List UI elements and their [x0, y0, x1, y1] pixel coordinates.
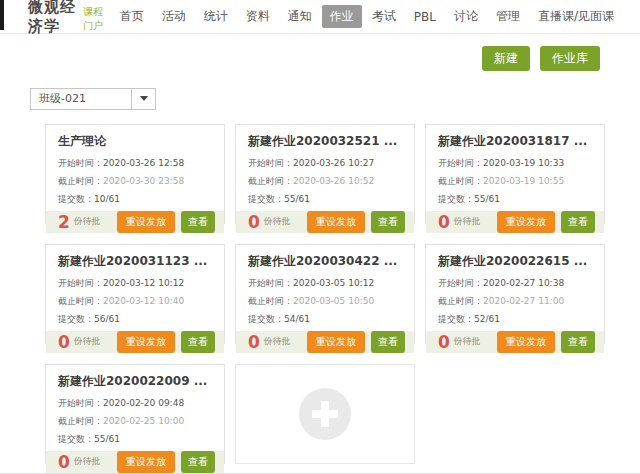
view-button[interactable]: 查看	[181, 211, 215, 233]
view-button[interactable]: 查看	[561, 211, 595, 233]
new-assignment-button[interactable]: 新建	[482, 46, 530, 71]
assignment-card-footer: 0 份待批 重设发放 查看	[236, 331, 414, 353]
pending-label: 份待批	[74, 215, 101, 228]
view-button[interactable]: 查看	[181, 331, 215, 353]
pending-label: 份待批	[74, 455, 101, 468]
nav-item-3[interactable]: 资料	[238, 5, 278, 28]
assignment-card-body: 新建作业2020022615 ... 开始时间：2020-02-27 10:38…	[426, 245, 604, 331]
assignment-card-body: 新建作业2020032521 ... 开始时间：2020-03-26 10:27…	[236, 125, 414, 211]
pending-count: 0	[438, 212, 450, 232]
nav-item-8[interactable]: 讨论	[446, 5, 486, 28]
start-time-line: 开始时间：2020-03-26 12:58	[58, 157, 214, 170]
submit-count-line: 提交数：56/61	[58, 313, 214, 326]
submit-count-line: 提交数：54/61	[248, 313, 404, 326]
pending-count: 0	[58, 452, 70, 472]
assignment-card: 新建作业2020032521 ... 开始时间：2020-03-26 10:27…	[235, 124, 415, 224]
start-time-line: 开始时间：2020-03-05 10:12	[248, 277, 404, 290]
plus-icon	[299, 388, 351, 440]
assignment-card-body: 新建作业2020022009 ... 开始时间：2020-02-20 09:48…	[46, 365, 224, 451]
end-time-line: 截止时间：2020-02-25 10:00	[58, 415, 214, 428]
portal-label: 课程门户	[83, 5, 110, 33]
reset-distribute-button[interactable]: 重设发放	[497, 331, 555, 353]
assignment-card-footer: 0 份待批 重设发放 查看	[426, 211, 604, 233]
course-title: 微观经济学	[28, 0, 81, 36]
add-assignment-card[interactable]	[235, 364, 415, 464]
nav-item-4[interactable]: 通知	[280, 5, 320, 28]
submit-count-line: 提交数：55/61	[58, 433, 214, 446]
pending-label: 份待批	[74, 335, 101, 348]
submit-count-line: 提交数：52/61	[438, 313, 594, 326]
end-time-line: 截止时间：2020-03-05 10:50	[248, 295, 404, 308]
end-time-line: 截止时间：2020-03-12 10:40	[58, 295, 214, 308]
nav-item-5[interactable]: 作业	[322, 5, 362, 28]
assignment-card-body: 生产理论 开始时间：2020-03-26 12:58 截止时间：2020-03-…	[46, 125, 224, 211]
end-time-line: 截止时间：2020-03-19 10:55	[438, 175, 594, 188]
pending-count: 0	[248, 332, 260, 352]
assignment-card: 新建作业2020030422 ... 开始时间：2020-03-05 10:12…	[235, 244, 415, 344]
start-time-line: 开始时间：2020-02-20 09:48	[58, 397, 214, 410]
reset-distribute-button[interactable]: 重设发放	[117, 451, 175, 473]
assignment-card-body: 新建作业2020031123 ... 开始时间：2020-03-12 10:12…	[46, 245, 224, 331]
assignment-card-footer: 0 份待批 重设发放 查看	[46, 451, 224, 473]
assignment-card-footer: 0 份待批 重设发放 查看	[426, 331, 604, 353]
end-time-line: 截止时间：2020-03-30 23:58	[58, 175, 214, 188]
assignment-title: 新建作业2020031123 ...	[58, 253, 214, 270]
end-time-line: 截止时间：2020-03-26 10:52	[248, 175, 404, 188]
class-select[interactable]: 班级-021	[30, 88, 156, 110]
pending-count: 2	[58, 212, 70, 232]
assignment-card-body: 新建作业2020030422 ... 开始时间：2020-03-05 10:12…	[236, 245, 414, 331]
nav-item-6[interactable]: 考试	[364, 5, 404, 28]
start-time-line: 开始时间：2020-02-27 10:38	[438, 277, 594, 290]
nav-item-10[interactable]: 直播课/见面课	[530, 5, 622, 28]
assignment-card-footer: 0 份待批 重设发放 查看	[46, 331, 224, 353]
pending-label: 份待批	[454, 335, 481, 348]
nav-item-1[interactable]: 活动	[154, 5, 194, 28]
assignment-card: 新建作业2020022615 ... 开始时间：2020-02-27 10:38…	[425, 244, 605, 344]
pending-label: 份待批	[454, 215, 481, 228]
assignment-card-footer: 0 份待批 重设发放 查看	[236, 211, 414, 233]
nav-item-0[interactable]: 首页	[112, 5, 152, 28]
assignment-card-footer: 2 份待批 重设发放 查看	[46, 211, 224, 233]
view-button[interactable]: 查看	[181, 451, 215, 473]
reset-distribute-button[interactable]: 重设发放	[117, 331, 175, 353]
submit-count-line: 提交数：10/61	[58, 193, 214, 206]
reset-distribute-button[interactable]: 重设发放	[307, 211, 365, 233]
assignment-library-button[interactable]: 作业库	[540, 46, 600, 71]
pending-count: 0	[58, 332, 70, 352]
reset-distribute-button[interactable]: 重设发放	[307, 331, 365, 353]
pending-label: 份待批	[264, 215, 291, 228]
pending-count: 0	[438, 332, 450, 352]
start-time-line: 开始时间：2020-03-12 10:12	[58, 277, 214, 290]
chevron-down-icon[interactable]	[131, 89, 155, 109]
reset-distribute-button[interactable]: 重设发放	[117, 211, 175, 233]
view-button[interactable]: 查看	[371, 211, 405, 233]
assignment-card: 新建作业2020031123 ... 开始时间：2020-03-12 10:12…	[45, 244, 225, 344]
assignment-card: 新建作业2020031817 ... 开始时间：2020-03-19 10:33…	[425, 124, 605, 224]
submit-count-line: 提交数：55/61	[438, 193, 594, 206]
submit-count-line: 提交数：55/61	[248, 193, 404, 206]
assignment-cards-grid: 生产理论 开始时间：2020-03-26 12:58 截止时间：2020-03-…	[45, 124, 605, 464]
view-button[interactable]: 查看	[371, 331, 405, 353]
assignment-card: 新建作业2020022009 ... 开始时间：2020-02-20 09:48…	[45, 364, 225, 464]
pending-label: 份待批	[264, 335, 291, 348]
assignment-toolbar: 新建 作业库	[0, 34, 640, 71]
assignment-card-body: 新建作业2020031817 ... 开始时间：2020-03-19 10:33…	[426, 125, 604, 211]
assignment-title: 新建作业2020022009 ...	[58, 373, 214, 390]
corner-mark	[0, 0, 4, 30]
pending-count: 0	[248, 212, 260, 232]
end-time-line: 截止时间：2020-02-27 11:00	[438, 295, 594, 308]
assignment-card: 生产理论 开始时间：2020-03-26 12:58 截止时间：2020-03-…	[45, 124, 225, 224]
nav-item-9[interactable]: 管理	[488, 5, 528, 28]
assignment-title: 生产理论	[58, 133, 214, 150]
start-time-line: 开始时间：2020-03-19 10:33	[438, 157, 594, 170]
class-select-value: 班级-021	[31, 89, 131, 109]
filter-row: 班级-021	[30, 87, 640, 110]
nav-item-2[interactable]: 统计	[196, 5, 236, 28]
view-button[interactable]: 查看	[561, 331, 595, 353]
assignment-title: 新建作业2020022615 ...	[438, 253, 594, 270]
start-time-line: 开始时间：2020-03-26 10:27	[248, 157, 404, 170]
assignment-title: 新建作业2020030422 ...	[248, 253, 404, 270]
reset-distribute-button[interactable]: 重设发放	[497, 211, 555, 233]
top-header: 微观经济学 课程门户 首页活动统计资料通知作业考试PBL讨论管理直播课/见面课	[0, 0, 640, 34]
nav-item-7[interactable]: PBL	[406, 7, 444, 27]
